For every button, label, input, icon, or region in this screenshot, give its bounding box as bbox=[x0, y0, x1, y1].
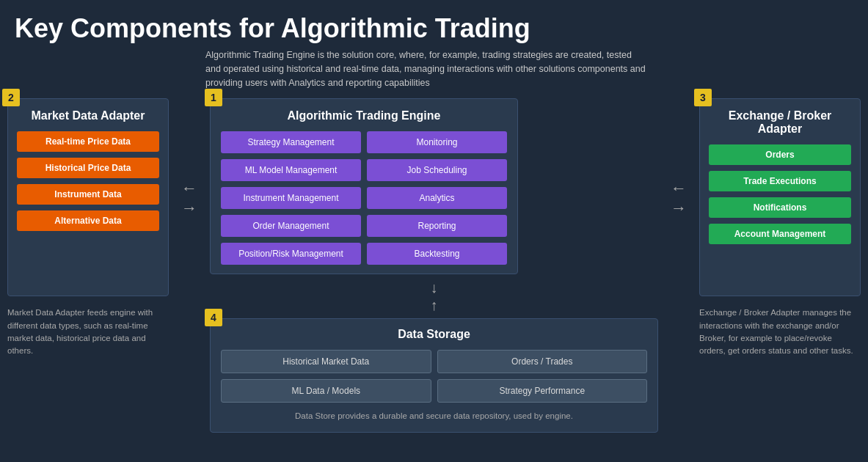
real-time-price-btn: Real-time Price Data bbox=[17, 131, 159, 152]
storage-title: Data Storage bbox=[221, 328, 647, 341]
page-title: Key Components for Algorithmic Trading bbox=[0, 0, 868, 48]
market-data-adapter-box: 2 Market Data Adapter Real-time Price Da… bbox=[7, 98, 169, 296]
historical-price-btn: Historical Price Data bbox=[17, 158, 159, 178]
exchange-footnote: Exchange / Broker Adapter manages the in… bbox=[699, 307, 853, 357]
center-column: 1 Algorithmic Trading Engine Strategy Ma… bbox=[210, 98, 658, 432]
reporting-btn: Reporting bbox=[367, 215, 507, 237]
trade-executions-btn: Trade Executions bbox=[709, 171, 851, 191]
market-data-title: Market Data Adapter bbox=[17, 109, 159, 122]
market-data-footnote: Market Data Adapter feeds engine with di… bbox=[7, 307, 161, 357]
instrument-data-btn: Instrument Data bbox=[17, 184, 159, 205]
strategy-management-btn: Strategy Management bbox=[221, 131, 361, 153]
orders-trades-btn: Orders / Trades bbox=[437, 350, 648, 373]
arrow-right-left: ← → bbox=[665, 98, 692, 218]
engine-grid: Strategy Management Monitoring ML Model … bbox=[221, 131, 507, 265]
arrow-left-right: ← → bbox=[176, 98, 203, 218]
vertical-arrows: ↓↑ bbox=[210, 279, 658, 314]
orders-btn: Orders bbox=[709, 144, 851, 165]
ml-data-models-btn: ML Data / Models bbox=[221, 379, 431, 403]
notifications-btn: Notifications bbox=[709, 197, 851, 218]
engine-number: 1 bbox=[205, 89, 222, 106]
order-management-btn: Order Management bbox=[221, 215, 361, 237]
job-scheduling-btn: Job Scheduling bbox=[367, 159, 507, 181]
monitoring-btn: Monitoring bbox=[367, 131, 507, 153]
engine-title: Algorithmic Trading Engine bbox=[221, 109, 507, 122]
ml-model-management-btn: ML Model Management bbox=[221, 159, 361, 181]
market-data-number: 2 bbox=[2, 89, 20, 106]
backtesting-btn: Backtesting bbox=[367, 243, 507, 265]
alternative-data-btn: Alternative Data bbox=[17, 210, 159, 231]
account-management-btn: Account Management bbox=[709, 224, 851, 244]
data-storage-box: 4 Data Storage Historical Market Data Or… bbox=[210, 318, 658, 432]
strategy-performance-btn: Strategy Performance bbox=[437, 379, 648, 403]
exchange-broker-box: 3 Exchange / Broker Adapter Orders Trade… bbox=[699, 98, 861, 296]
exchange-number: 3 bbox=[694, 89, 712, 106]
trading-engine-box: 1 Algorithmic Trading Engine Strategy Ma… bbox=[210, 98, 518, 274]
storage-number: 4 bbox=[205, 309, 222, 326]
exchange-title: Exchange / Broker Adapter bbox=[709, 109, 851, 136]
historical-market-data-btn: Historical Market Data bbox=[221, 350, 431, 373]
instrument-management-btn: Instrument Management bbox=[221, 187, 361, 209]
position-risk-btn: Position/Risk Management bbox=[221, 243, 361, 265]
page-description: Algorithmic Trading Engine is the soluti… bbox=[0, 48, 660, 98]
storage-grid: Historical Market Data Orders / Trades M… bbox=[221, 350, 647, 403]
storage-footnote: Data Store provides a durable and secure… bbox=[221, 410, 647, 422]
main-layout: 2 Market Data Adapter Real-time Price Da… bbox=[0, 98, 868, 432]
analytics-btn: Analytics bbox=[367, 187, 507, 209]
